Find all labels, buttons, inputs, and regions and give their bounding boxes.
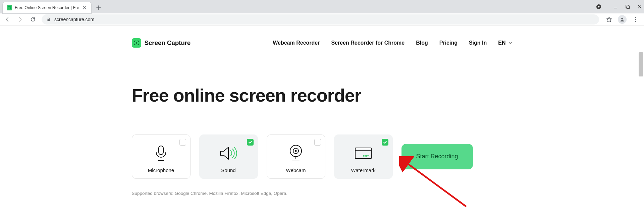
svg-point-9: [295, 150, 297, 152]
webcam-icon: [288, 144, 304, 163]
nav-sign-in[interactable]: Sign In: [469, 40, 487, 46]
extension-icon[interactable]: [596, 4, 601, 9]
favicon-icon: [7, 5, 12, 10]
browser-tab-strip: Free Online Screen Recorder | Fre: [0, 0, 644, 13]
brand[interactable]: Screen Capture: [132, 38, 191, 48]
main-nav: Webcam Recorder Screen Recorder for Chro…: [273, 40, 512, 46]
checkbox-watermark[interactable]: [382, 139, 388, 146]
recording-options: Microphone Sound Webcam: [132, 134, 513, 179]
new-tab-button[interactable]: [94, 3, 103, 12]
browser-tab[interactable]: Free Online Screen Recorder | Fre: [3, 2, 91, 13]
page-viewport: Screen Capture Webcam Recorder Screen Re…: [0, 25, 644, 219]
svg-point-5: [136, 42, 137, 44]
language-label: EN: [498, 40, 505, 46]
svg-text:FREE: FREE: [363, 155, 369, 157]
nav-screen-recorder-chrome[interactable]: Screen Recorder for Chrome: [331, 40, 405, 46]
browser-menu-icon[interactable]: [632, 17, 639, 22]
watermark-icon: FREE: [354, 144, 373, 163]
checkbox-sound[interactable]: [247, 139, 254, 146]
checkbox-microphone[interactable]: [179, 139, 186, 146]
language-selector[interactable]: EN: [498, 40, 512, 46]
microphone-icon: [153, 144, 169, 163]
tab-title: Free Online Screen Recorder | Fre: [15, 5, 79, 10]
option-label: Watermark: [351, 167, 376, 173]
scrollbar-thumb[interactable]: [639, 52, 643, 76]
page-title: Free online screen recorder: [132, 86, 513, 105]
site-header: Screen Capture Webcam Recorder Screen Re…: [132, 34, 513, 52]
option-label: Sound: [221, 167, 235, 173]
chevron-down-icon: [508, 41, 513, 45]
sound-icon: [219, 144, 238, 163]
checkbox-webcam[interactable]: [314, 139, 321, 146]
url-text: screencapture.com: [54, 17, 94, 22]
back-button[interactable]: [3, 15, 11, 23]
supported-browsers-text: Supported browsers: Google Chrome, Mozil…: [132, 191, 513, 196]
option-webcam[interactable]: Webcam: [267, 134, 325, 179]
option-label: Webcam: [286, 167, 306, 173]
window-controls: [596, 0, 642, 13]
svg-rect-0: [8, 6, 11, 9]
minimize-icon[interactable]: [613, 4, 618, 9]
option-sound[interactable]: Sound: [199, 134, 258, 179]
brand-name: Screen Capture: [145, 39, 191, 47]
reload-button[interactable]: [29, 15, 37, 23]
nav-blog[interactable]: Blog: [416, 40, 428, 46]
option-microphone[interactable]: Microphone: [132, 134, 191, 179]
nav-pricing[interactable]: Pricing: [439, 40, 458, 46]
start-recording-button[interactable]: Start Recording: [401, 144, 473, 169]
brand-logo-icon: [132, 38, 141, 48]
option-watermark[interactable]: FREE Watermark: [334, 134, 393, 179]
option-label: Microphone: [148, 167, 174, 173]
maximize-icon[interactable]: [625, 4, 630, 9]
url-bar[interactable]: screencapture.com: [42, 14, 599, 24]
close-tab-icon[interactable]: [82, 5, 87, 10]
close-window-icon[interactable]: [637, 4, 642, 9]
svg-rect-3: [48, 19, 50, 21]
lock-icon: [46, 17, 51, 22]
star-icon[interactable]: [606, 16, 612, 23]
browser-address-bar: screencapture.com: [0, 13, 644, 25]
nav-webcam-recorder[interactable]: Webcam Recorder: [273, 40, 320, 46]
svg-point-4: [621, 17, 623, 19]
svg-rect-2: [627, 6, 630, 9]
profile-avatar[interactable]: [618, 15, 627, 24]
forward-button[interactable]: [16, 15, 24, 23]
svg-rect-6: [159, 146, 163, 155]
